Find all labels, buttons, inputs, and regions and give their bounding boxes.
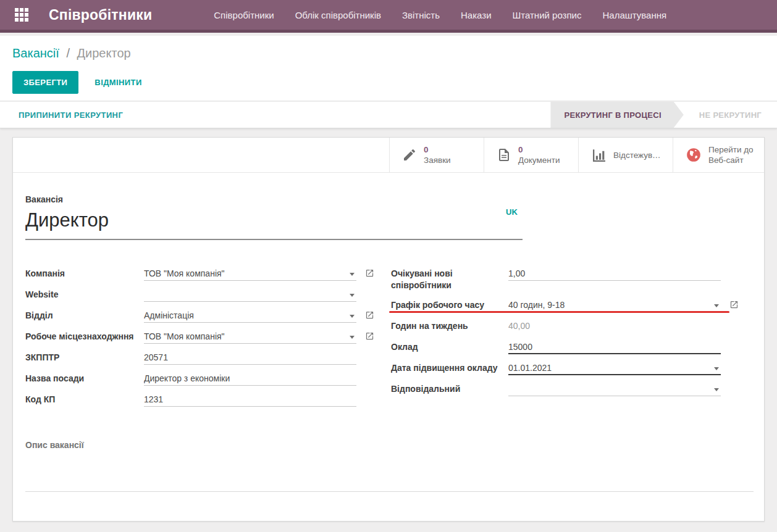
stat-button-row: 0 Заявки 0 Документи Відстежув…: [13, 138, 764, 173]
external-link-icon[interactable]: [365, 310, 374, 320]
chevron-down-icon[interactable]: [714, 388, 719, 391]
working-schedule-label: Графік робочого часу: [391, 299, 508, 312]
responsible-row: Відповідальний: [391, 383, 721, 396]
control-panel: Вакансії / Директор ЗБЕРЕГТИ ВІДМІНИТИ: [0, 36, 777, 101]
documents-stat-text: 0 Документи: [518, 144, 560, 165]
documents-stat-button[interactable]: 0 Документи: [484, 138, 578, 172]
top-navbar: Співробітники Співробітники Облік співро…: [0, 0, 777, 33]
hours-per-week-row: Годин на тиждень 40,00: [391, 320, 721, 333]
vacancy-title-input[interactable]: Директор: [25, 209, 523, 240]
external-link-icon[interactable]: [365, 331, 374, 341]
company-row: Компанія ТОВ "Моя компанія": [25, 268, 356, 281]
vacancy-title-block: Вакансія Директор: [25, 194, 523, 240]
save-button[interactable]: ЗБЕРЕГТИ: [12, 71, 78, 94]
globe-icon: [686, 147, 702, 163]
salary-raise-date-field[interactable]: 01.01.2021: [508, 362, 721, 375]
zkpptr-label: ЗКППТР: [25, 352, 144, 365]
go-to-website-button[interactable]: Перейти до Веб-сайт: [673, 138, 764, 172]
website-label-line2: Веб-сайт: [708, 155, 754, 165]
nav-item-reporting[interactable]: Звітність: [401, 6, 441, 24]
go-to-website-text: Перейти до Веб-сайт: [708, 144, 754, 165]
website-label-line1: Перейти до: [708, 144, 754, 155]
salary-field[interactable]: 15000: [508, 341, 721, 354]
kp-code-field[interactable]: 1231: [144, 394, 356, 407]
chevron-down-icon[interactable]: [350, 294, 355, 297]
working-schedule-field[interactable]: 40 годин, 9-18: [508, 299, 721, 312]
kp-code-label: Код КП: [25, 394, 144, 407]
working-schedule-row: Графік робочого часу 40 годин, 9-18: [391, 299, 721, 312]
stop-recruitment-button[interactable]: ПРИПИНИТИ РЕКРУТИНГ: [19, 110, 123, 120]
nav-item-employee-records[interactable]: Облік співробітників: [294, 6, 382, 24]
stage-recruitment-in-progress[interactable]: РЕКРУТИНГ В ПРОЦЕСІ: [550, 102, 683, 128]
applications-stat-button[interactable]: 0 Заявки: [389, 138, 484, 172]
bar-chart-icon: [591, 148, 607, 163]
breadcrumb-vacancies-link[interactable]: Вакансії: [12, 46, 59, 60]
responsible-field[interactable]: [508, 383, 721, 396]
red-annotation-underline: [389, 311, 729, 313]
breadcrumb-current: Директор: [77, 46, 131, 60]
form-right-column: Очікувані нові співробітники 1,00 Графік…: [391, 268, 721, 404]
form-left-column: Компанія ТОВ "Моя компанія" Website Відд: [25, 268, 356, 415]
chevron-down-icon[interactable]: [714, 304, 719, 307]
salary-raise-date-label: Дата підвищення окладу: [391, 362, 508, 375]
expected-employees-label: Очікувані нові співробітники: [391, 268, 508, 291]
pencil-icon: [402, 148, 417, 162]
job-title-field[interactable]: Директор з економіки: [144, 373, 356, 386]
expected-employees-row: Очікувані нові співробітники 1,00: [391, 268, 721, 291]
salary-row: Оклад 15000: [391, 341, 721, 354]
expected-employees-field[interactable]: 1,00: [508, 268, 721, 281]
nav-item-staffing-schedule[interactable]: Штатний розпис: [511, 6, 583, 24]
nav-item-employees[interactable]: Співробітники: [212, 6, 275, 24]
apps-grid-icon[interactable]: [15, 8, 28, 22]
chevron-down-icon[interactable]: [714, 367, 719, 370]
hours-per-week-field: 40,00: [508, 320, 721, 333]
page: { "nav": { "app_name": "Співробітники", …: [0, 0, 777, 532]
documents-label: Документи: [518, 155, 560, 165]
work-location-row: Робоче місцезнаходжння ТОВ "Моя компанія…: [25, 331, 356, 344]
external-link-icon[interactable]: [365, 268, 374, 278]
document-icon: [497, 148, 511, 162]
salary-raise-date-row: Дата підвищення окладу 01.01.2021: [391, 362, 721, 375]
external-link-icon[interactable]: [729, 300, 739, 309]
statusbar: ПРИПИНИТИ РЕКРУТИНГ РЕКРУТИНГ В ПРОЦЕСІ …: [0, 102, 777, 128]
job-title-row: Назва посади Директор з економіки: [25, 373, 356, 386]
department-field[interactable]: Адміністація: [144, 310, 356, 323]
discard-button[interactable]: ВІДМІНИТИ: [90, 72, 146, 93]
kp-code-row: Код КП 1231: [25, 394, 356, 407]
trackers-stat-button[interactable]: Відстежув…: [578, 138, 673, 172]
breadcrumb-separator: /: [66, 46, 70, 60]
documents-count: 0: [518, 144, 560, 155]
app-title[interactable]: Співробітники: [49, 7, 152, 23]
work-location-label: Робоче місцезнаходжння: [25, 331, 144, 344]
nav-item-orders[interactable]: Накази: [460, 6, 493, 24]
language-badge[interactable]: UK: [506, 207, 518, 217]
breadcrumb: Вакансії / Директор: [12, 46, 131, 60]
form-action-buttons: ЗБЕРЕГТИ ВІДМІНИТИ: [12, 71, 147, 94]
job-description-divider: [25, 491, 754, 492]
hours-per-week-label: Годин на тиждень: [391, 320, 508, 333]
department-row: Відділ Адміністація: [25, 310, 356, 323]
zkpptr-row: ЗКППТР 20571: [25, 352, 356, 365]
company-field[interactable]: ТОВ "Моя компанія": [144, 268, 356, 281]
form-body: Вакансія Директор UK Компанія ТОВ "Моя к…: [13, 173, 764, 522]
salary-label: Оклад: [391, 341, 508, 354]
zkpptr-field[interactable]: 20571: [144, 352, 356, 365]
nav-item-settings[interactable]: Налаштування: [601, 6, 668, 24]
work-location-field[interactable]: ТОВ "Моя компанія": [144, 331, 356, 344]
nav-menu: Співробітники Облік співробітників Звітн…: [212, 6, 668, 24]
website-label: Website: [25, 289, 144, 302]
trackers-label: Відстежув…: [613, 151, 661, 160]
chevron-down-icon[interactable]: [350, 273, 355, 276]
company-label: Компанія: [25, 268, 144, 281]
website-field[interactable]: [144, 289, 356, 302]
chevron-down-icon[interactable]: [350, 315, 355, 318]
applications-count: 0: [424, 144, 451, 155]
applications-stat-text: 0 Заявки: [424, 144, 451, 165]
website-row: Website: [25, 289, 356, 302]
stage-not-recruiting[interactable]: НЕ РЕКРУТИНГ: [684, 102, 777, 128]
form-card: 0 Заявки 0 Документи Відстежув…: [12, 137, 765, 522]
applications-label: Заявки: [424, 155, 451, 165]
department-label: Відділ: [25, 310, 144, 323]
job-title-label: Назва посади: [25, 373, 144, 386]
chevron-down-icon[interactable]: [350, 336, 355, 339]
